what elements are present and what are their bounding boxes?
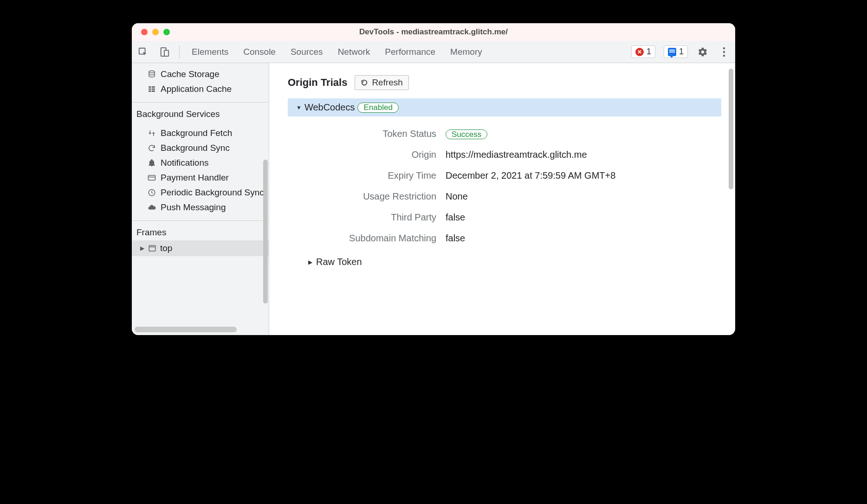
frame-item-top[interactable]: ▶ top — [132, 240, 269, 256]
main-scrollbar-vertical[interactable] — [729, 69, 733, 330]
svg-rect-7 — [149, 86, 151, 88]
device-toolbar-icon[interactable] — [158, 45, 171, 58]
database-stack-icon — [148, 70, 156, 78]
sidebar-heading-frames: Frames — [132, 223, 269, 240]
sidebar-scrollbar-horizontal[interactable] — [135, 327, 237, 332]
sidebar-item-background-sync[interactable]: Background Sync — [132, 141, 269, 155]
sidebar-item-label: Payment Handler — [161, 173, 229, 183]
settings-icon[interactable] — [696, 45, 709, 58]
svg-rect-2 — [164, 50, 168, 56]
token-status-badge: Success — [446, 129, 487, 139]
toolbar-separator — [179, 45, 180, 58]
credit-card-icon — [148, 174, 156, 182]
field-value-usage: None — [446, 191, 721, 202]
trial-details: Token Status Success Origin https://medi… — [288, 122, 721, 244]
field-value-origin: https://mediastreamtrack.glitch.me — [446, 149, 721, 160]
devtools-window: DevTools - mediastreamtrack.glitch.me/ E… — [132, 23, 735, 335]
sidebar-item-label: Periodic Background Sync — [161, 187, 264, 198]
raw-token-label: Raw Token — [316, 257, 362, 267]
sidebar-divider — [132, 102, 269, 103]
svg-point-6 — [149, 71, 155, 73]
scrollbar-thumb[interactable] — [263, 160, 268, 304]
zoom-window-button[interactable] — [163, 29, 170, 35]
application-sidebar: Cache Storage Application Cache Backgrou… — [132, 63, 269, 335]
svg-rect-13 — [149, 175, 155, 181]
issues-icon — [668, 48, 676, 56]
clock-icon — [148, 188, 156, 197]
window-title: DevTools - mediastreamtrack.glitch.me/ — [132, 27, 735, 37]
svg-point-5 — [723, 54, 725, 56]
sidebar-item-label: Application Cache — [161, 84, 232, 94]
sidebar-item-application-cache[interactable]: Application Cache — [132, 82, 269, 97]
field-key-third-party: Third Party — [306, 212, 446, 223]
sidebar-item-label: Push Messaging — [161, 202, 226, 213]
field-key-expiry: Expiry Time — [306, 170, 446, 181]
trial-webcodecs-row[interactable]: ▼ WebCodecs Enabled — [288, 98, 721, 116]
window-titlebar: DevTools - mediastreamtrack.glitch.me/ — [132, 23, 735, 41]
field-value-expiry: December 2, 2021 at 7:59:59 AM GMT+8 — [446, 170, 721, 181]
svg-point-3 — [723, 47, 725, 49]
frame-label: top — [160, 243, 172, 253]
raw-token-row[interactable]: ▶ Raw Token — [288, 244, 721, 267]
error-count: 1 — [647, 47, 651, 57]
field-value-token-status: Success — [446, 129, 721, 139]
refresh-icon — [361, 79, 368, 86]
issues-counter[interactable]: 1 — [664, 45, 688, 58]
refresh-button[interactable]: Refresh — [355, 75, 409, 90]
sidebar-item-payment-handler[interactable]: Payment Handler — [132, 170, 269, 185]
svg-rect-10 — [152, 89, 155, 90]
scrollbar-thumb[interactable] — [729, 69, 733, 189]
sidebar-item-notifications[interactable]: Notifications — [132, 155, 269, 170]
devtools-body: Cache Storage Application Cache Backgrou… — [132, 63, 735, 335]
collapse-triangle-icon[interactable]: ▼ — [296, 104, 302, 111]
field-key-usage: Usage Restriction — [306, 191, 446, 202]
svg-point-4 — [723, 51, 725, 52]
sidebar-item-label: Cache Storage — [161, 69, 220, 79]
inspect-element-icon[interactable] — [136, 45, 149, 58]
sidebar-item-label: Background Sync — [161, 143, 230, 153]
trial-name: WebCodecs — [304, 102, 355, 113]
sidebar-item-push-messaging[interactable]: Push Messaging — [132, 200, 269, 215]
svg-rect-8 — [152, 86, 155, 88]
field-key-subdomain: Subdomain Matching — [306, 233, 446, 244]
panel-heading: Origin Trials — [288, 77, 347, 89]
more-menu-icon[interactable] — [718, 45, 731, 58]
error-icon: ✕ — [635, 48, 644, 56]
tab-performance[interactable]: Performance — [385, 47, 435, 57]
cloud-icon — [148, 203, 156, 212]
sidebar-scrollbar-vertical[interactable] — [263, 67, 268, 321]
fetch-icon — [148, 129, 156, 137]
bell-icon — [148, 159, 156, 167]
svg-rect-12 — [152, 90, 155, 92]
minimize-window-button[interactable] — [152, 29, 159, 35]
svg-rect-11 — [149, 90, 151, 92]
field-value-third-party: false — [446, 212, 721, 223]
grid-icon — [148, 85, 156, 93]
field-value-subdomain: false — [446, 233, 721, 244]
tab-memory[interactable]: Memory — [450, 47, 482, 57]
sidebar-item-label: Background Fetch — [161, 128, 232, 138]
tab-elements[interactable]: Elements — [192, 47, 228, 57]
tab-network[interactable]: Network — [338, 47, 370, 57]
sidebar-item-periodic-background-sync[interactable]: Periodic Background Sync — [132, 185, 269, 200]
sidebar-item-cache-storage[interactable]: Cache Storage — [132, 67, 269, 82]
sidebar-item-label: Notifications — [161, 158, 209, 168]
close-window-button[interactable] — [141, 29, 148, 35]
sidebar-divider — [132, 220, 269, 221]
frame-icon — [148, 244, 156, 252]
field-key-token-status: Token Status — [306, 129, 446, 139]
origin-trials-panel: Origin Trials Refresh ▼ WebCodecs Enable… — [269, 63, 735, 335]
devtools-toolbar: Elements Console Sources Network Perform… — [132, 41, 735, 63]
traffic-lights — [132, 29, 170, 35]
panel-tabs: Elements Console Sources Network Perform… — [192, 47, 482, 57]
tab-console[interactable]: Console — [243, 47, 276, 57]
issues-count: 1 — [679, 47, 684, 57]
tab-sources[interactable]: Sources — [291, 47, 323, 57]
error-counter[interactable]: ✕ 1 — [631, 45, 655, 58]
expand-triangle-icon[interactable]: ▶ — [140, 245, 144, 252]
sidebar-item-background-fetch[interactable]: Background Fetch — [132, 126, 269, 141]
expand-triangle-icon[interactable]: ▶ — [308, 259, 312, 265]
sync-icon — [148, 144, 156, 152]
svg-rect-15 — [149, 246, 155, 251]
sidebar-heading-background-services: Background Services — [132, 104, 269, 122]
